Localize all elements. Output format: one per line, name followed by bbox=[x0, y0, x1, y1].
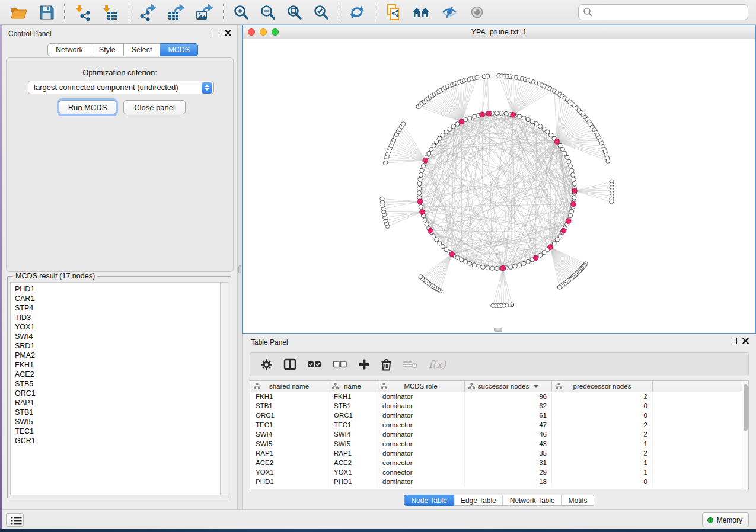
network-node[interactable] bbox=[499, 111, 503, 116]
table-row[interactable]: ACE2ACE2connector311 bbox=[250, 459, 748, 468]
table-cell[interactable]: 0 bbox=[552, 477, 653, 487]
table-row[interactable]: ORC1ORC1dominator610 bbox=[250, 411, 748, 421]
save-session-button[interactable] bbox=[35, 3, 58, 21]
table-cell[interactable]: PHD1 bbox=[328, 477, 377, 487]
mcds-hub-node[interactable] bbox=[428, 228, 433, 233]
network-node[interactable] bbox=[486, 74, 490, 78]
table-cell[interactable]: 2 bbox=[552, 392, 653, 402]
column-header-MCDS-role[interactable]: MCDS role bbox=[377, 381, 465, 392]
table-cell[interactable]: SWI5 bbox=[328, 440, 377, 449]
network-node[interactable] bbox=[567, 159, 571, 164]
table-row[interactable]: SWI5SWI5connector431 bbox=[250, 440, 748, 449]
mcds-node-item[interactable]: SRD1 bbox=[11, 341, 228, 351]
import-table-button[interactable] bbox=[98, 3, 123, 22]
network-node[interactable] bbox=[522, 116, 526, 120]
network-node[interactable] bbox=[572, 177, 576, 181]
table-cell[interactable]: dominator bbox=[377, 411, 465, 421]
mcds-hub-node[interactable] bbox=[571, 201, 576, 207]
column-header-predecessor-nodes[interactable]: predecessor nodes bbox=[552, 381, 653, 392]
table-cell[interactable]: RAP1 bbox=[250, 449, 328, 459]
result-list-scrollbar[interactable] bbox=[220, 283, 228, 495]
control-panel-float-icon[interactable] bbox=[213, 30, 219, 36]
network-node[interactable] bbox=[425, 222, 429, 226]
network-node[interactable] bbox=[490, 266, 495, 270]
network-node[interactable] bbox=[504, 111, 508, 116]
network-node[interactable] bbox=[468, 261, 472, 265]
table-settings-button[interactable] bbox=[256, 357, 277, 373]
table-cell[interactable]: 1 bbox=[552, 459, 653, 468]
table-cell[interactable]: connector bbox=[377, 459, 465, 468]
network-node[interactable] bbox=[555, 238, 559, 242]
table-cell[interactable]: 2 bbox=[552, 449, 653, 459]
first-neighbors-button[interactable] bbox=[409, 3, 434, 21]
table-cell[interactable]: 61 bbox=[465, 411, 552, 421]
network-node[interactable] bbox=[572, 196, 576, 200]
network-node[interactable] bbox=[560, 148, 564, 152]
table-cell[interactable]: 31 bbox=[465, 459, 552, 468]
table-cell[interactable]: ACE2 bbox=[328, 459, 377, 468]
network-canvas[interactable] bbox=[243, 39, 755, 333]
network-node[interactable] bbox=[472, 263, 476, 267]
table-cell[interactable]: 29 bbox=[465, 468, 552, 477]
network-node[interactable] bbox=[526, 259, 530, 264]
table-row[interactable]: YOX1YOX1connector291 bbox=[250, 468, 748, 477]
network-node[interactable] bbox=[423, 218, 427, 222]
table-cell[interactable]: connector bbox=[377, 468, 465, 477]
table-scrollbar[interactable] bbox=[742, 381, 748, 489]
search-input[interactable] bbox=[578, 4, 748, 20]
network-node[interactable] bbox=[572, 182, 576, 186]
table-cell[interactable]: PHD1 bbox=[250, 477, 328, 487]
table-cell[interactable]: dominator bbox=[377, 392, 465, 402]
network-node[interactable] bbox=[481, 265, 485, 269]
tab-network[interactable]: Network bbox=[47, 43, 91, 56]
table-cell[interactable]: SWI4 bbox=[328, 430, 377, 440]
control-panel-close-icon[interactable] bbox=[225, 30, 231, 36]
table-cell[interactable]: STB1 bbox=[250, 402, 328, 411]
mcds-node-item[interactable]: PMA2 bbox=[11, 351, 228, 360]
mcds-hub-node[interactable] bbox=[449, 252, 455, 257]
new-network-from-selection-button[interactable] bbox=[381, 2, 405, 22]
network-node[interactable] bbox=[438, 136, 442, 140]
table-row[interactable]: RAP1RAP1dominator352 bbox=[250, 449, 748, 459]
network-node[interactable] bbox=[444, 130, 448, 134]
network-node[interactable] bbox=[530, 120, 534, 124]
table-cell[interactable]: 46 bbox=[465, 430, 552, 440]
import-network-button[interactable] bbox=[71, 3, 95, 22]
network-node[interactable] bbox=[486, 266, 490, 270]
network-node[interactable] bbox=[513, 264, 517, 268]
show-all-button[interactable] bbox=[465, 3, 489, 21]
network-node[interactable] bbox=[549, 133, 553, 137]
mcds-hub-node[interactable] bbox=[423, 158, 428, 164]
mcds-hub-node[interactable] bbox=[566, 219, 571, 224]
table-cell[interactable]: dominator bbox=[377, 430, 465, 440]
table-cell[interactable]: FKH1 bbox=[250, 392, 328, 402]
network-node[interactable] bbox=[432, 234, 436, 238]
mcds-hub-node[interactable] bbox=[459, 119, 464, 124]
network-node[interactable] bbox=[558, 234, 562, 238]
mcds-node-item[interactable]: TID3 bbox=[11, 313, 228, 322]
network-node[interactable] bbox=[538, 124, 543, 129]
hide-selected-button[interactable] bbox=[438, 3, 462, 21]
mcds-result-list[interactable]: PHD1CAR1STP4TID3YOX1SWI4SRD1PMA2FKH1ACE2… bbox=[10, 282, 228, 495]
network-node[interactable] bbox=[432, 143, 436, 148]
memory-button[interactable]: Memory bbox=[702, 512, 749, 527]
network-node[interactable] bbox=[552, 241, 556, 245]
table-cell[interactable]: dominator bbox=[377, 449, 465, 459]
network-node[interactable] bbox=[441, 133, 445, 137]
table-cell[interactable]: dominator bbox=[377, 402, 465, 411]
table-cell[interactable]: connector bbox=[377, 421, 465, 430]
tab-motifs[interactable]: Motifs bbox=[562, 495, 595, 506]
network-node[interactable] bbox=[448, 127, 452, 131]
network-node[interactable] bbox=[380, 197, 384, 201]
refresh-view-button[interactable] bbox=[345, 3, 369, 21]
add-row-button[interactable] bbox=[354, 357, 374, 372]
table-cell[interactable]: STB1 bbox=[328, 402, 377, 411]
export-image-button[interactable] bbox=[192, 3, 217, 22]
tab-select[interactable]: Select bbox=[124, 43, 161, 56]
table-cell[interactable]: 62 bbox=[465, 402, 552, 411]
network-node[interactable] bbox=[518, 114, 522, 118]
table-cell[interactable]: FKH1 bbox=[328, 392, 377, 402]
network-node[interactable] bbox=[472, 114, 476, 118]
mcds-node-item[interactable]: SWI4 bbox=[11, 332, 228, 341]
tab-network-table[interactable]: Network Table bbox=[503, 495, 562, 506]
